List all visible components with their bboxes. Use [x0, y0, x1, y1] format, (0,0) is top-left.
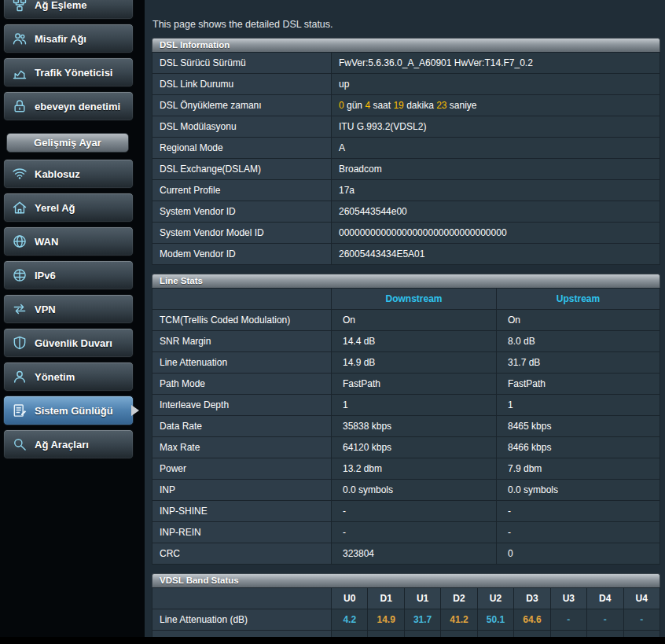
sidebar-item-vpn[interactable]: VPN — [3, 294, 134, 324]
dsl-info-value: A — [332, 138, 660, 159]
band-column-d3: D3 — [514, 588, 550, 609]
network-map-icon — [12, 0, 28, 13]
asus-router-dsl-status-page: Ağ EşlemeMisafir AğıTrafik Yöneticisiebe… — [0, 0, 665, 644]
sidebar-item-wan[interactable]: WAN — [3, 226, 134, 256]
vdsl-band-row: Line Attenuation (dB)4.214.931.741.250.1… — [152, 609, 660, 631]
dsl-information-section: DSL Information DSL Sürücü SürümüFwVer:5… — [152, 38, 660, 265]
line-stats-downstream-value: 14.4 dB — [332, 331, 497, 352]
dsl-info-row: DSL Sürücü SürümüFwVer:5.6.36.0_A_A60901… — [152, 53, 660, 74]
vdsl-value-u1: 31.7 — [404, 609, 440, 631]
sidebar-item-label: WAN — [35, 236, 58, 248]
sidebar-advanced-group: KablosuzYerel AğWANIPv6VPNGüvenlik Duvar… — [2, 159, 145, 459]
wan-globe-icon — [12, 234, 28, 249]
firewall-shield-icon — [12, 335, 28, 351]
line-stats-upstream-value: 0.0 symbols — [497, 480, 660, 501]
sidebar: Ağ EşlemeMisafir AğıTrafik Yöneticisiebe… — [0, 0, 145, 644]
column-header-upstream: Upstream — [497, 289, 660, 310]
sidebar-item-label: Sistem Günlüğü — [35, 405, 113, 417]
band-column-d2: D2 — [441, 588, 477, 609]
sidebar-item-label: IPv6 — [35, 270, 56, 282]
vdsl-value-u0: 4.2 — [332, 609, 368, 631]
band-column-u2: U2 — [477, 588, 513, 609]
line-stats-upstream-value: On — [497, 310, 660, 331]
sidebar-item-a-e-leme[interactable]: Ağ Eşleme — [3, 0, 134, 20]
lan-icon — [12, 200, 28, 215]
dsl-info-label: System Vendor Model ID — [152, 223, 332, 244]
line-stats-section: Line Stats DownstreamUpstreamTCM(Trellis… — [152, 274, 660, 565]
line-stats-row: Line Attenuation14.9 dB31.7 dB — [152, 352, 660, 374]
dsl-info-row: DSL Link Durumuup — [152, 74, 660, 95]
sidebar-item-misafir-a[interactable]: Misafir Ağı — [3, 24, 134, 53]
band-column-u0: U0 — [332, 588, 368, 609]
line-stats-downstream-value: FastPath — [332, 374, 497, 395]
line-stats-downstream-value: 0.0 symbols — [332, 480, 497, 501]
line-stats-downstream-value: 13.2 dbm — [332, 458, 497, 480]
vdsl-value-u3: - — [550, 609, 586, 631]
dsl-info-label: DSL Exchange(DSLAM) — [152, 159, 332, 180]
vdsl-value-d3: 64.6 — [514, 609, 550, 631]
line-stats-upstream-value: 1 — [497, 395, 660, 416]
dsl-info-value: 26005443434E5A01 — [332, 244, 660, 265]
vdsl-band-section: VDSL Band Status U0D1U1D2U2D3U3D4U4Line … — [152, 573, 660, 644]
sidebar-item-ipv6[interactable]: IPv6 — [3, 260, 134, 290]
line-stats-label: Line Attenuation — [152, 352, 332, 374]
line-stats-label: SNR Margin — [152, 331, 332, 352]
band-column-u4: U4 — [623, 588, 660, 609]
parental-controls-icon — [12, 98, 28, 114]
dsl-info-value: FwVer:5.6.36.0_A_A60901 HwVer:T14.F7_0.2 — [332, 53, 660, 74]
dsl-info-row: Modem Vendor ID26005443434E5A01 — [152, 244, 660, 265]
sidebar-item-ebeveyn-denetimi[interactable]: ebeveyn denetimi — [3, 91, 134, 121]
dsl-info-label: DSL Link Durumu — [152, 74, 332, 95]
line-stats-row: INP-REIN-- — [152, 522, 660, 543]
line-stats-row: INP-SHINE-- — [152, 501, 660, 522]
line-stats-upstream-value: - — [497, 522, 660, 543]
line-stats-row: Path ModeFastPathFastPath — [152, 374, 660, 395]
uptime-number: 4 — [365, 100, 370, 111]
line-stats-label: Max Rate — [152, 437, 332, 458]
band-column-u1: U1 — [404, 588, 440, 609]
dsl-info-value: up — [332, 74, 660, 95]
bottom-bar — [0, 637, 665, 644]
ipv6-globe-icon — [12, 267, 28, 283]
line-stats-upstream-value: 8465 kbps — [497, 416, 660, 437]
sidebar-item-trafik-y-neticisi[interactable]: Trafik Yöneticisi — [3, 57, 134, 87]
sidebar-item-sistem-g-nl[interactable]: Sistem Günlüğü — [3, 396, 134, 425]
dsl-info-row: System Vendor Model ID000000000000000000… — [152, 223, 660, 244]
dsl-info-row: DSL Önyükleme zamanı0 gün 4 saat 19 daki… — [152, 95, 660, 116]
sidebar-item-g-venlik-duvar[interactable]: Güvenlik Duvarı — [3, 328, 134, 358]
sidebar-item-a-ara-lar[interactable]: Ağ Araçları — [3, 429, 134, 459]
sidebar-item-label: Güvenlik Duvarı — [35, 337, 112, 349]
line-stats-row: CRC3238040 — [152, 543, 660, 565]
line-stats-downstream-value: - — [332, 501, 497, 522]
vdsl-band-header: VDSL Band Status — [152, 573, 660, 587]
line-stats-row: Max Rate64120 kbps8466 kbps — [152, 437, 660, 458]
uptime-number: 19 — [393, 100, 403, 111]
sidebar-item-label: ebeveyn denetimi — [35, 101, 120, 112]
page-description: This page shows the detailed DSL status. — [152, 19, 660, 30]
uptime-number: 23 — [436, 100, 446, 111]
vdsl-corner-cell — [152, 588, 332, 609]
sidebar-item-label: Ağ Araçları — [35, 439, 89, 451]
line-stats-label: INP-SHINE — [152, 501, 332, 522]
column-header-downstream: Downstream — [332, 289, 497, 310]
line-stats-row: INP0.0 symbols0.0 symbols — [152, 480, 660, 501]
dsl-info-row: Regional ModeA — [152, 138, 660, 159]
dsl-info-label: System Vendor ID — [152, 201, 332, 223]
dsl-info-label: Modem Vendor ID — [152, 244, 332, 265]
dsl-info-row: DSL Exchange(DSLAM)Broadcom — [152, 159, 660, 180]
band-column-u3: U3 — [550, 588, 586, 609]
sidebar-item-yerel-a[interactable]: Yerel Ağ — [3, 193, 134, 223]
line-stats-corner-cell — [152, 289, 332, 310]
guest-network-icon — [12, 31, 28, 46]
line-stats-label: Data Rate — [152, 416, 332, 437]
sidebar-item-y-netim[interactable]: Yönetim — [3, 362, 134, 392]
sidebar-item-label: Kablosuz — [35, 168, 80, 180]
dsl-information-table: DSL Sürücü SürümüFwVer:5.6.36.0_A_A60901… — [152, 52, 660, 265]
line-stats-upstream-value: FastPath — [497, 374, 660, 395]
dsl-info-value: 2605443544e00 — [332, 201, 660, 223]
system-log-icon — [12, 403, 28, 418]
dsl-info-value: ITU G.993.2(VDSL2) — [332, 116, 660, 138]
sidebar-item-kablosuz[interactable]: Kablosuz — [3, 159, 134, 189]
uptime-number: 0 — [339, 100, 344, 111]
sidebar-item-label: Yönetim — [35, 371, 75, 383]
